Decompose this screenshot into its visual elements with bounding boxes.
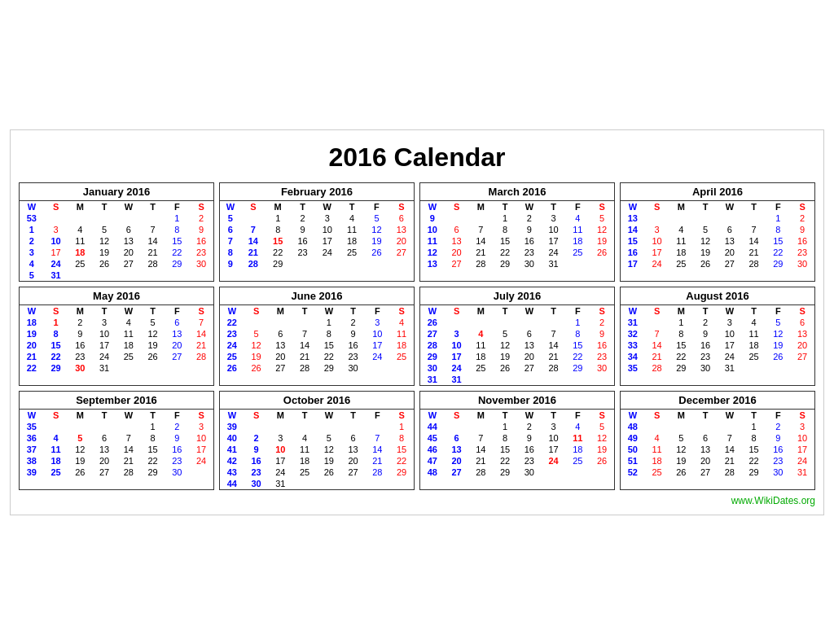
cell: 21 — [189, 340, 213, 351]
cell: 25 — [340, 247, 364, 258]
col-header-w-4: W — [517, 200, 542, 212]
cell: 20 — [718, 247, 742, 258]
month-table: WSMTWTFS39140234567841910111213141542161… — [220, 409, 414, 489]
cell: 25 — [645, 467, 669, 478]
month-table: WSMTWTFS53121345678921011121314151631718… — [20, 200, 213, 281]
cell: 4 — [645, 432, 669, 444]
cell — [445, 269, 469, 271]
cell: 38 — [20, 455, 44, 467]
cell: 27 — [165, 351, 190, 362]
cell: 11 — [44, 444, 68, 455]
cell: 29 — [566, 362, 590, 374]
cell: 29 — [317, 362, 341, 374]
cell: 23 — [290, 247, 314, 258]
cell: 13 — [92, 444, 116, 455]
cell: 17 — [92, 340, 116, 351]
col-header-w-0: W — [621, 200, 645, 212]
col-header-t-3: T — [693, 200, 718, 212]
cell: 5 — [590, 212, 614, 224]
cell: 26 — [420, 317, 445, 328]
cell — [68, 478, 93, 480]
cell: 1 — [141, 421, 165, 432]
cell: 19 — [493, 351, 517, 362]
cell — [189, 269, 213, 281]
month-table: WSMTWTFS48123494567891050111213141516175… — [621, 409, 814, 480]
cell: 1 — [493, 212, 517, 224]
cell: 21 — [292, 351, 317, 362]
cell: 43 — [220, 467, 244, 478]
cell: 9 — [244, 444, 269, 455]
cell: 28 — [718, 467, 742, 478]
col-header-f-6: F — [566, 200, 590, 212]
cell: 13 — [420, 258, 445, 269]
cell: 23 — [220, 328, 244, 340]
col-header-f-6: F — [165, 409, 190, 421]
cell: 30 — [341, 362, 366, 374]
cell — [220, 269, 241, 271]
cell: 12 — [590, 432, 614, 444]
col-header-w-0: W — [621, 304, 645, 317]
col-header-t-5: T — [742, 409, 766, 421]
cell — [590, 258, 614, 269]
cell: 4 — [566, 212, 590, 224]
cell: 8 — [266, 224, 290, 235]
cell: 17 — [189, 444, 213, 455]
cell — [141, 478, 165, 480]
col-header-m-2: M — [469, 200, 494, 212]
cell: 22 — [566, 351, 590, 362]
cell: 1 — [766, 212, 791, 224]
cell — [693, 374, 718, 375]
cell: 29 — [165, 258, 190, 269]
cell: 5 — [364, 212, 388, 224]
cell: 9 — [165, 432, 190, 444]
cell: 23 — [766, 455, 791, 467]
cell: 7 — [141, 224, 165, 235]
cell: 44 — [220, 478, 244, 489]
cell — [315, 269, 340, 271]
cell: 20 — [693, 455, 718, 467]
col-header-t-5: T — [542, 409, 566, 421]
cell: 39 — [220, 421, 244, 432]
cell — [693, 478, 718, 480]
cell — [141, 374, 165, 375]
cell — [790, 478, 814, 480]
cell: 8 — [493, 432, 517, 444]
cell: 15 — [44, 340, 68, 351]
cell: 5 — [493, 328, 517, 340]
cell: 4 — [20, 258, 44, 269]
cell — [341, 374, 366, 375]
col-header-t-3: T — [92, 304, 116, 317]
col-header-w-4: W — [718, 304, 742, 317]
cell — [766, 478, 791, 480]
cell: 24 — [315, 247, 340, 258]
month-2: February 2016WSMTWTFS5123456678910111213… — [219, 182, 415, 282]
cell — [590, 467, 614, 478]
col-header-s-7: S — [389, 409, 414, 421]
cell: 28 — [141, 258, 165, 269]
cell — [241, 212, 266, 224]
col-header-t-3: T — [92, 409, 116, 421]
cell: 27 — [389, 247, 414, 258]
cell — [92, 421, 116, 432]
cell: 10 — [445, 340, 469, 351]
month-8: August 2016WSMTWTFS311234563278910111213… — [620, 287, 815, 386]
cell: 3 — [542, 421, 566, 432]
cell: 25 — [566, 247, 590, 258]
cell: 9 — [68, 328, 93, 340]
cell: 22 — [493, 247, 517, 258]
cell — [718, 374, 742, 375]
cell: 4 — [44, 432, 68, 444]
cell: 10 — [269, 444, 293, 455]
col-header-s-1: S — [244, 409, 269, 421]
cell — [366, 478, 390, 489]
cell: 17 — [645, 247, 669, 258]
cell — [364, 269, 388, 271]
cell: 28 — [420, 340, 445, 351]
col-header-w-4: W — [718, 200, 742, 212]
cell: 15 — [493, 235, 517, 247]
cell: 1 — [493, 421, 517, 432]
cell: 8 — [220, 247, 241, 258]
cell — [116, 421, 141, 432]
cell — [469, 212, 494, 224]
cell: 28 — [469, 258, 494, 269]
